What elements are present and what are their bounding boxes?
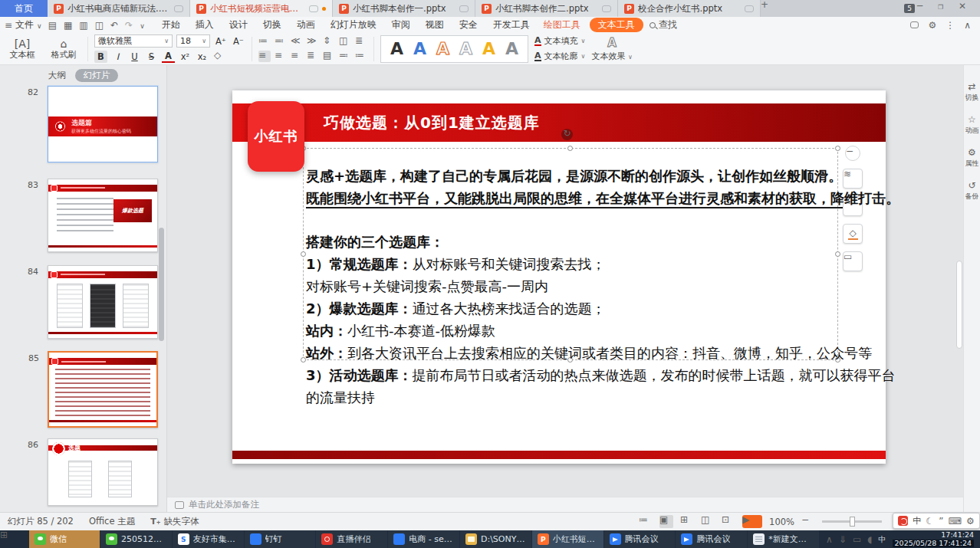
- taskbar-market-signup[interactable]: S 友好市集商品报名: [173, 530, 244, 548]
- taskbar-ecommerce-folder[interactable]: 电商 - search-...: [388, 530, 459, 548]
- gear-icon[interactable]: [928, 21, 936, 30]
- close-button[interactable]: [959, 2, 977, 15]
- new-tab-button[interactable]: [761, 0, 784, 17]
- columns-icon[interactable]: [339, 36, 351, 48]
- align-center-icon[interactable]: [275, 51, 287, 62]
- tray-expand-icon[interactable]: [826, 535, 833, 544]
- collapse-ribbon-icon[interactable]: [964, 21, 971, 30]
- menu-design[interactable]: 设计: [222, 18, 255, 31]
- subscript-button[interactable]: x₂: [196, 51, 209, 63]
- slide-textbox[interactable]: 灵感+选题库，构建了自己的专属后花园，是源源不断的创作源头，让创作如丝般顺滑。 …: [306, 165, 843, 409]
- more-icon[interactable]: [945, 21, 955, 30]
- doc-tab-5[interactable]: P 校企合作小红书.pptx: [618, 0, 761, 17]
- line-spacing-icon[interactable]: [323, 36, 335, 48]
- slide-thumbnail-84[interactable]: 84: [48, 265, 158, 339]
- redo-icon[interactable]: [125, 21, 133, 30]
- reading-view-icon[interactable]: [701, 515, 715, 528]
- menu-slideshow[interactable]: 幻灯片放映: [323, 18, 384, 31]
- text-outline-button[interactable]: A 文本轮廓 ∨: [534, 51, 585, 62]
- notes-toggle-icon[interactable]: [639, 515, 653, 528]
- wordart-style-1[interactable]: A: [390, 41, 403, 57]
- collapse-toolbar-button[interactable]: [845, 146, 860, 161]
- resize-handle[interactable]: [301, 357, 306, 363]
- slide-text-line[interactable]: 对标账号+关键词搜索-点赞最高-一周内: [306, 275, 843, 297]
- text-direction-icon[interactable]: [355, 36, 367, 48]
- slide-thumbnail-85-selected[interactable]: 85: [48, 351, 158, 428]
- dock-animation[interactable]: 动画: [965, 115, 979, 136]
- ime-punctuation-icon[interactable]: [939, 517, 943, 526]
- file-menu[interactable]: 文件: [5, 18, 42, 31]
- font-color-button[interactable]: A: [162, 51, 175, 63]
- taskbar-tencent-meeting-1[interactable]: 腾讯会议: [604, 530, 676, 548]
- italic-button[interactable]: I: [111, 51, 124, 63]
- slide-text-line[interactable]: 搭建你的三个选题库：: [306, 231, 843, 253]
- save-icon[interactable]: [64, 21, 72, 30]
- start-button[interactable]: [0, 530, 29, 548]
- tab-assistant-icon[interactable]: [309, 5, 318, 12]
- fill-color-icon[interactable]: [843, 224, 863, 244]
- slide-text-line[interactable]: 既能围绕小红书平台，又能跳脱出局限的思维，在全媒体平台进行灵感和素材的获取，降维…: [306, 187, 843, 208]
- slide-text-line[interactable]: 1）常规选题库：从对标账号和关键词搜索去找；: [306, 253, 843, 275]
- numbered-list-icon[interactable]: [275, 36, 287, 48]
- strikethrough-button[interactable]: S: [145, 51, 158, 63]
- menu-view[interactable]: 视图: [418, 18, 452, 31]
- taskbar-dingtalk[interactable]: 钉钉: [245, 530, 316, 548]
- menu-review[interactable]: 审阅: [384, 18, 418, 31]
- tab-assistant-icon[interactable]: [602, 5, 611, 12]
- slide-text-line[interactable]: [306, 208, 843, 231]
- text-fill-button[interactable]: A 文本填充 ∨: [534, 35, 585, 47]
- underline-button[interactable]: U: [128, 51, 141, 63]
- align-left-icon[interactable]: [258, 51, 271, 62]
- missing-font-warning[interactable]: T₊ 缺失字体: [150, 516, 199, 527]
- xiaohongshu-logo[interactable]: 小红书: [248, 101, 304, 172]
- resize-handle[interactable]: [835, 146, 840, 151]
- wordart-gallery[interactable]: A A A A A A: [380, 35, 528, 63]
- taskbar-wps-active[interactable]: P 小红书短视频运...: [532, 530, 603, 548]
- qat-more-icon[interactable]: [140, 21, 145, 30]
- doc-tab-4[interactable]: P 小红书脚本创作二.pptx: [475, 0, 618, 17]
- ime-lang-mode[interactable]: 中: [913, 515, 921, 527]
- home-tab[interactable]: 首页: [0, 0, 48, 17]
- presenter-view-icon[interactable]: [722, 515, 735, 528]
- tab-assistant-icon[interactable]: [174, 5, 183, 12]
- doc-tab-1[interactable]: P 小红书电商店铺新玩法.pptx: [48, 0, 190, 17]
- format-painter-button[interactable]: ⌂ 格式刷: [46, 38, 81, 61]
- menu-start[interactable]: 开始: [154, 18, 188, 31]
- menu-transition[interactable]: 切换: [255, 18, 289, 31]
- input-language-indicator[interactable]: 中: [879, 534, 886, 545]
- wordart-style-4[interactable]: A: [459, 41, 472, 57]
- menu-devtools[interactable]: 开发工具: [485, 18, 538, 31]
- slide-counter[interactable]: 幻灯片 85 / 202: [8, 516, 74, 527]
- dock-transition[interactable]: 切换: [965, 82, 979, 103]
- tray-clock[interactable]: 17:41:24 2025/05/28 17:41:24: [893, 531, 974, 548]
- resize-handle[interactable]: [567, 146, 573, 151]
- doc-tab-2-active[interactable]: P 小红书短视频运营电商版.pptx: [190, 0, 333, 17]
- ime-fullwidth-icon[interactable]: [926, 517, 934, 526]
- taskbar-tencent-meeting-2[interactable]: 腾讯会议: [676, 530, 747, 548]
- slide-text-line[interactable]: 灵感+选题库，构建了自己的专属后花园，是源源不断的创作源头，让创作如丝般顺滑。: [306, 165, 843, 187]
- text-effect-button[interactable]: A 文本效果 ∨: [591, 36, 632, 62]
- wordart-style-5[interactable]: A: [482, 41, 495, 57]
- indent-icon[interactable]: [307, 36, 319, 48]
- find-button[interactable]: 查找: [649, 18, 677, 31]
- print-preview-icon[interactable]: [95, 21, 104, 30]
- slideshow-play-button[interactable]: [742, 515, 762, 528]
- rotate-handle-icon[interactable]: [561, 129, 573, 140]
- slide-thumbnail-83[interactable]: 83 爆款选题: [48, 179, 158, 252]
- comment-icon[interactable]: [910, 21, 919, 28]
- slide-thumbnail-82[interactable]: 82 选题篇 获得更多稳住流量的核心密码: [48, 86, 158, 162]
- font-name-select[interactable]: 微软雅黑 ∨: [94, 34, 173, 48]
- slide-sorter-icon[interactable]: [680, 515, 694, 528]
- menu-draw-tools[interactable]: 绘图工具: [538, 18, 587, 31]
- tab-assistant-icon[interactable]: [459, 5, 469, 12]
- doc-tab-3[interactable]: P 小红书脚本创作一.pptx: [333, 0, 475, 17]
- decrease-indent-icon[interactable]: [355, 51, 367, 62]
- sidebar-scrollbar[interactable]: [159, 228, 164, 341]
- notes-bar[interactable]: 单击此处添加备注: [167, 497, 963, 512]
- ime-settings-icon[interactable]: [966, 517, 975, 526]
- open-icon[interactable]: [48, 21, 57, 30]
- slide-text-line[interactable]: 的流量扶持: [306, 386, 843, 409]
- increase-indent-icon[interactable]: [339, 51, 351, 62]
- slide-title[interactable]: 巧做选题：从0到1建立选题库: [324, 103, 540, 142]
- distribute-icon[interactable]: [323, 51, 335, 62]
